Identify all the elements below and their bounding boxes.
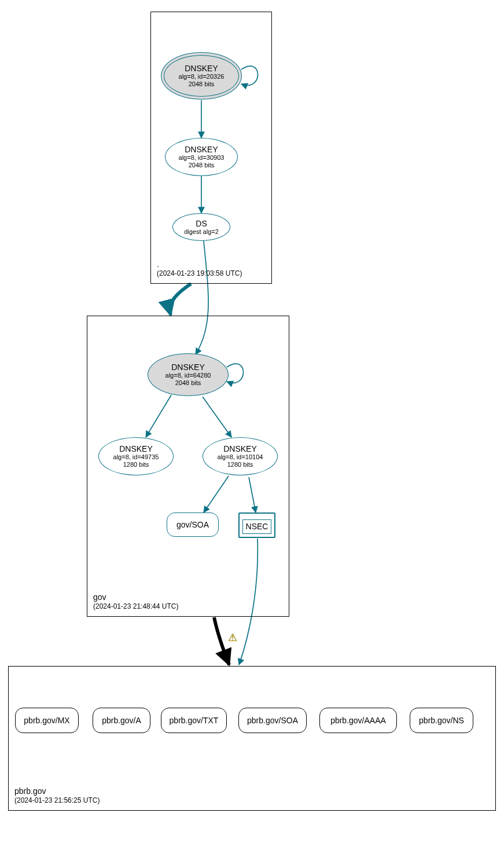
zone-gov-label: gov (2024-01-23 21:48:44 UTC) — [93, 592, 178, 612]
node-gov-ksk: DNSKEY alg=8, id=64280 2048 bits — [148, 353, 229, 396]
node-title: DS — [196, 219, 207, 228]
node-title: DNSKEY — [223, 444, 257, 453]
node-sub: digest alg=2 — [184, 228, 219, 236]
node-sub: alg=8, id=30903 — [179, 154, 225, 162]
node-title: NSEC — [246, 522, 268, 531]
dnssec-diagram: ⚠ . (2024-01-23 19:03:58 UTC) DNSKEY alg… — [0, 0, 504, 853]
node-root-ksk: DNSKEY alg=8, id=20326 2048 bits — [161, 52, 242, 100]
warning-icon: ⚠ — [228, 631, 237, 644]
node-pbrb-ns: pbrb.gov/NS — [410, 708, 473, 733]
node-title: DNSKEY — [171, 363, 205, 372]
zone-gov-name: gov — [93, 592, 178, 602]
node-gov-zsk1: DNSKEY alg=8, id=49735 1280 bits — [98, 437, 174, 475]
node-pbrb-aaaa: pbrb.gov/AAAA — [319, 708, 397, 733]
node-root-ds: DS digest alg=2 — [172, 213, 230, 241]
node-nsec: NSEC — [238, 512, 275, 538]
node-root-zsk: DNSKEY alg=8, id=30903 2048 bits — [165, 138, 238, 176]
node-title: gov/SOA — [176, 520, 209, 529]
zone-pbrb: pbrb.gov (2024-01-23 21:56:25 UTC) — [8, 666, 496, 811]
node-title: pbrb.gov/TXT — [170, 716, 219, 725]
node-sub: alg=8, id=10104 — [218, 453, 263, 461]
zone-gov-timestamp: (2024-01-23 21:48:44 UTC) — [93, 602, 178, 612]
node-sub: 2048 bits — [189, 80, 215, 88]
node-title: pbrb.gov/NS — [419, 716, 464, 725]
node-sub: alg=8, id=64280 — [165, 372, 211, 379]
node-pbrb-a: pbrb.gov/A — [93, 708, 150, 733]
node-sub: 1280 bits — [123, 461, 149, 468]
node-sub: 1280 bits — [227, 461, 253, 468]
node-title: DNSKEY — [185, 145, 218, 154]
zone-pbrb-label: pbrb.gov (2024-01-23 21:56:25 UTC) — [14, 786, 100, 806]
node-pbrb-mx: pbrb.gov/MX — [15, 708, 79, 733]
node-pbrb-txt: pbrb.gov/TXT — [161, 708, 227, 733]
node-title: pbrb.gov/AAAA — [330, 716, 386, 725]
node-title: DNSKEY — [119, 444, 153, 453]
node-title: DNSKEY — [185, 64, 218, 73]
node-sub: alg=8, id=20326 — [179, 73, 225, 80]
zone-root-timestamp: (2024-01-23 19:03:58 UTC) — [157, 269, 242, 279]
zone-root-name: . — [157, 259, 242, 269]
zone-pbrb-name: pbrb.gov — [14, 786, 100, 796]
node-sub: alg=8, id=49735 — [113, 453, 159, 461]
node-title: pbrb.gov/A — [102, 716, 141, 725]
node-title: pbrb.gov/SOA — [247, 716, 298, 725]
zone-root-label: . (2024-01-23 19:03:58 UTC) — [157, 259, 242, 279]
node-gov-zsk2: DNSKEY alg=8, id=10104 1280 bits — [203, 437, 278, 475]
node-pbrb-soa: pbrb.gov/SOA — [238, 708, 307, 733]
node-gov-soa: gov/SOA — [167, 512, 219, 537]
node-title: pbrb.gov/MX — [24, 716, 69, 725]
node-sub: 2048 bits — [175, 379, 201, 387]
zone-pbrb-timestamp: (2024-01-23 21:56:25 UTC) — [14, 796, 100, 806]
node-sub: 2048 bits — [189, 162, 215, 169]
